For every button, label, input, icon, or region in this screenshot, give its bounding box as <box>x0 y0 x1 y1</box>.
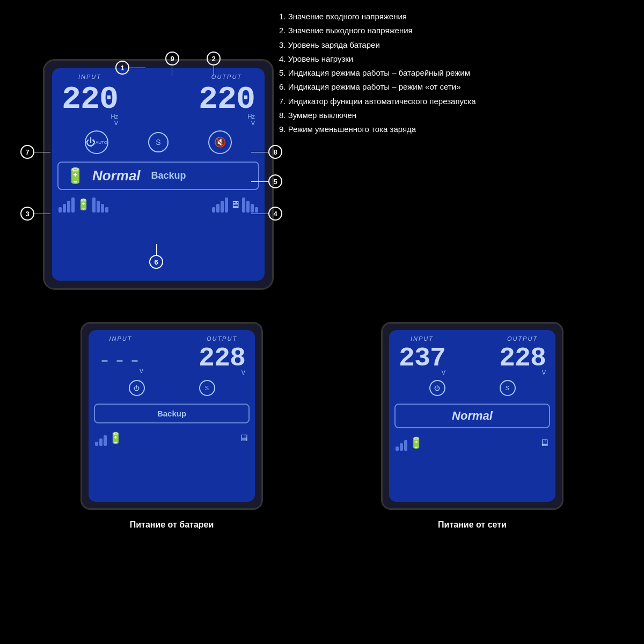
battery-s-icon: S <box>199 380 215 396</box>
battery-level-group: 🔋 <box>58 196 108 213</box>
output-voltage: 220 <box>199 81 255 118</box>
bottom-panels: INPUT --- V OUTPUT 228 V ⏻ S Ba <box>21 322 623 510</box>
grid-bottom-bar: 🔋 🖥 <box>389 431 555 453</box>
s-icon: S <box>148 132 169 152</box>
wave-bar-l1 <box>212 207 215 213</box>
battery-wave <box>58 196 75 213</box>
legend-item-7: 7. Индикатор функции автоматического пер… <box>279 94 476 108</box>
bw2 <box>99 438 103 446</box>
grid-mode-panel: INPUT 237 V OUTPUT 228 V ⏻ S No <box>381 322 564 510</box>
load-level-group: 🖥 <box>212 196 258 213</box>
battery-panel-inner: INPUT --- V OUTPUT 228 V ⏻ S Ba <box>89 330 255 502</box>
ann-2-line <box>214 65 214 76</box>
wave-bar-r4 <box>105 207 108 213</box>
grid-batt-group: 🔋 <box>396 435 423 451</box>
wave-bar-l3 <box>221 201 224 213</box>
auto-restart-icon: ⏻AUTO <box>85 130 108 154</box>
legend-item-9: 9. Режим уменьшенного тока заряда <box>279 122 476 136</box>
battery-auto-icon: ⏻ <box>129 380 145 396</box>
ann-3-line <box>34 214 50 214</box>
battery-wave-right <box>92 196 108 213</box>
ann-4: 4 <box>268 207 282 221</box>
ann-7: 7 <box>20 145 34 159</box>
ann-1-line <box>129 68 145 68</box>
gbw3 <box>404 440 407 451</box>
bottom-bar: 🔋 🖥 <box>52 193 265 215</box>
battery-mode-panel: INPUT --- V OUTPUT 228 V ⏻ S Ba <box>80 322 263 510</box>
battery-status-text: Backup <box>157 409 186 418</box>
grid-status-text: Normal <box>452 409 493 423</box>
ann-5: 5 <box>268 174 282 188</box>
grid-panel-caption: Питание от сети <box>383 520 562 530</box>
grid-output-voltage: 228 <box>499 343 546 374</box>
ann-6-line <box>156 244 157 255</box>
ann-5-line <box>251 181 268 182</box>
battery-small-icon: 🔋 <box>77 198 90 211</box>
ann-2: 2 <box>207 52 221 65</box>
legend-item-4: 4. Уровень нагрузки <box>279 52 476 66</box>
legend-item-3: 3. Уровень заряда батареи <box>279 38 476 52</box>
ann-3: 3 <box>20 207 34 221</box>
battery-bottom-bar: 🔋 🖥 <box>89 427 255 448</box>
grid-load-group: 🖥 <box>539 435 549 451</box>
battery-icon-row: ⏻ S <box>89 376 255 400</box>
bw3 <box>104 435 107 446</box>
batt-small-ic: 🔋 <box>109 431 122 444</box>
status-mode-text: Normal <box>92 167 141 184</box>
legend-item-2: 2. Значение выходного напряжения <box>279 24 476 38</box>
icon-row: ⏻AUTO S 🔇 <box>52 126 265 158</box>
output-block: OUTPUT 220 HzV <box>199 74 255 126</box>
ann-8: 8 <box>268 145 282 159</box>
ann-7-line <box>34 152 50 152</box>
wave-bar-1 <box>58 207 62 213</box>
wave-bar-4 <box>71 197 75 213</box>
battery-input-label: INPUT <box>98 335 143 342</box>
battery-input-dash: --- <box>98 343 143 372</box>
load-wave-left <box>212 196 228 213</box>
battery-icon: 🔋 <box>66 167 85 185</box>
ann-1: 1 <box>115 61 129 75</box>
batt-wave <box>95 430 107 446</box>
wave-bar-lr1 <box>242 197 245 213</box>
wave-bar-lr3 <box>251 204 254 213</box>
wave-bar-l4 <box>225 197 228 213</box>
status-bar: 🔋 Normal Backup <box>57 162 259 190</box>
legend-item-8: 8. Зуммер выключен <box>279 108 476 122</box>
battery-status-bar: Backup <box>94 404 250 423</box>
grid-panel-inner: INPUT 237 V OUTPUT 228 V ⏻ S No <box>389 330 555 502</box>
input-label: INPUT <box>62 74 118 80</box>
mute-icon: 🔇 <box>208 130 232 154</box>
battery-voltage-row: INPUT --- V OUTPUT 228 V <box>89 330 255 376</box>
grid-icon-row: ⏻ S <box>389 376 555 400</box>
wave-bar-l2 <box>216 204 219 213</box>
battery-input-block: INPUT --- V <box>98 335 143 374</box>
legend-item-5: 5. Индикация режима работы – батарейный … <box>279 66 476 80</box>
grid-output-block: OUTPUT 228 V <box>499 335 546 376</box>
wave-bar-2 <box>63 204 66 213</box>
grid-input-block: INPUT 237 V <box>399 335 445 376</box>
grid-monitor-ic: 🖥 <box>539 437 549 449</box>
battery-output-voltage: 228 <box>199 343 245 374</box>
grid-input-voltage: 237 <box>399 343 445 374</box>
wave-bar-lr4 <box>255 207 258 213</box>
voltage-row: INPUT 220 HzV OUTPUT 220 HzV <box>52 68 265 126</box>
bw1 <box>95 442 98 446</box>
grid-batt-ic: 🔋 <box>409 436 423 449</box>
battery-output-label: OUTPUT <box>199 335 245 342</box>
ann-6: 6 <box>149 255 163 269</box>
input-block: INPUT 220 HzV <box>62 74 118 126</box>
wave-bar-r3 <box>101 204 104 213</box>
load-wave-right <box>242 196 258 213</box>
wave-bar-r1 <box>92 197 96 213</box>
grid-voltage-row: INPUT 237 V OUTPUT 228 V <box>389 330 555 376</box>
backup-text: Backup <box>151 170 186 181</box>
grid-auto-icon: ⏻ <box>429 380 445 396</box>
battery-load-group: 🖥 <box>239 430 248 446</box>
legend: 1. Значение входного напряжения 2. Значе… <box>279 10 476 136</box>
wave-bar-r2 <box>97 201 100 213</box>
ann-9-line <box>172 65 172 76</box>
wave-bar-lr2 <box>246 201 250 213</box>
ann-8-line <box>251 152 268 152</box>
battery-panel-caption: Питание от батареи <box>82 520 261 530</box>
legend-item-6: 6. Индикация режима работы – режим «от с… <box>279 80 476 94</box>
